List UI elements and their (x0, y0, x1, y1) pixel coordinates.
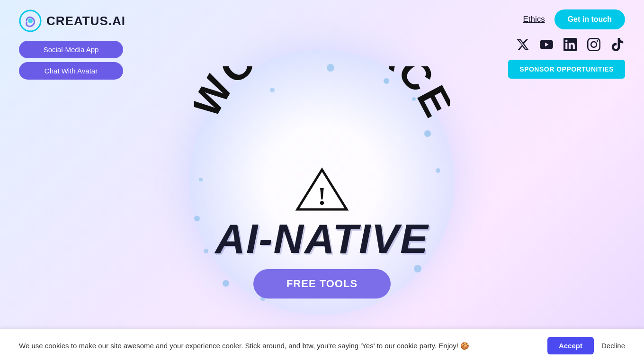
header: CREATUS.AI Social-Media App Chat With Av… (0, 0, 644, 80)
top-right-row: Ethics Get in touch (523, 9, 625, 29)
youtube-icon[interactable] (539, 37, 554, 52)
workspace-arc-svg: WORKSPACE (194, 66, 450, 171)
x-twitter-icon[interactable] (515, 37, 530, 52)
hero-content: WORKSPACE ! AI-NATIVE FREE TOOLS (194, 66, 450, 299)
svg-point-1 (28, 18, 33, 23)
logo-row: CREATUS.AI (19, 9, 125, 32)
accept-button[interactable]: Accept (547, 337, 594, 354)
nav-buttons: Social-Media App Chat With Avatar (19, 41, 123, 80)
cookie-actions: Accept Decline (547, 337, 625, 354)
svg-text:!: ! (318, 183, 326, 210)
ethics-link[interactable]: Ethics (523, 15, 545, 24)
hero-graphic: WORKSPACE ! AI-NATIVE FREE TOOLS (175, 36, 469, 329)
chat-with-avatar-button[interactable]: Chat With Avatar (19, 62, 123, 80)
free-tools-button[interactable]: FREE TOOLS (253, 269, 391, 299)
logo-area: CREATUS.AI Social-Media App Chat With Av… (19, 9, 125, 80)
tiktok-icon[interactable] (610, 37, 625, 52)
logo-text: CREATUS.AI (46, 14, 125, 28)
sponsor-opportunities-button[interactable]: SPONSOR OPPORTUNITIES (508, 60, 625, 79)
ai-native-text: AI-NATIVE (215, 218, 429, 260)
cookie-banner: We use cookies to make our site awesome … (0, 329, 644, 362)
creatus-logo-icon (19, 9, 42, 32)
social-icons-row (515, 37, 625, 52)
instagram-icon[interactable] (586, 37, 601, 52)
decline-button[interactable]: Decline (601, 342, 625, 350)
warning-triangle-icon: ! (294, 166, 350, 213)
get-in-touch-button[interactable]: Get in touch (555, 9, 625, 29)
social-media-app-button[interactable]: Social-Media App (19, 41, 123, 58)
right-panel: Ethics Get in touch (508, 9, 625, 79)
cookie-message: We use cookies to make our site awesome … (19, 342, 547, 350)
linkedin-icon[interactable] (563, 37, 578, 52)
